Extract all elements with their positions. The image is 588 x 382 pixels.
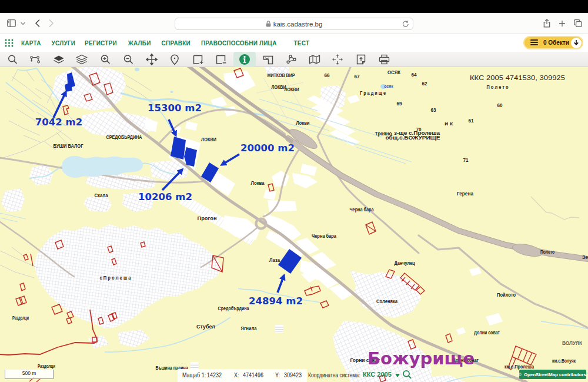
nav-item-pravo[interactable]: ПРАВОСПОСОБНИ ЛИЦА [201, 40, 277, 46]
tool-page-export[interactable] [349, 52, 373, 67]
lock-icon [266, 21, 271, 27]
map-label: 60 [497, 102, 503, 108]
macos-menubar [0, 0, 588, 13]
map-label: 66 [325, 72, 330, 78]
screen: kais.cadastre.bg [0, 0, 588, 382]
map-label: МИТКОВ ВИР [268, 72, 295, 78]
back-button[interactable] [35, 19, 40, 27]
map-label: 63 [431, 107, 436, 113]
tool-pan[interactable] [140, 52, 163, 67]
apps-grid-icon[interactable] [5, 39, 14, 47]
objects-button[interactable]: 0 Обекти [523, 36, 583, 49]
download-circle[interactable] [571, 38, 582, 48]
tool-print[interactable] [372, 52, 396, 67]
map-label: 67 [355, 74, 360, 79]
area-measurement-label: 15300 m2 [148, 102, 202, 114]
nav-item-uslugi[interactable]: УСЛУГИ [52, 40, 76, 46]
status-x-label: X: [234, 372, 239, 378]
map-label: км.с.Волуяк [552, 358, 576, 364]
map-label: БУШИ ВАЛОГ [54, 143, 83, 149]
map-label: с П р о л е ш а [100, 274, 132, 281]
reload-icon[interactable] [402, 20, 409, 28]
status-scale-value: 14232 [207, 372, 222, 378]
map-label: Локва [251, 180, 265, 186]
map-toolbar [0, 52, 588, 67]
scale-bar-label: 500 m [5, 370, 53, 376]
map-label: Раздолци [12, 315, 29, 321]
url-text: kais.cadastre.bg [273, 21, 323, 28]
city-label-bozhurishte: Божурище [368, 348, 475, 368]
map-label: Герена [457, 191, 474, 197]
nav-item-registri[interactable]: РЕГИСТРИ [85, 40, 117, 46]
map-label: П о л е т о [487, 84, 509, 90]
map-label: Пойлото [497, 292, 516, 298]
status-crs-label: Координатна система: [308, 372, 360, 378]
area-measurement-label: 7042 m2 [35, 117, 82, 128]
tool-rect-plus[interactable] [186, 52, 210, 67]
sidebar-chevron-down-icon[interactable] [21, 22, 25, 25]
map-label: общ.с.БОЖУРИЩЕ [386, 135, 440, 141]
map-label: Раздолци [38, 363, 55, 369]
tool-layers-filled[interactable] [47, 52, 71, 67]
map-label: Стубел [196, 324, 215, 330]
new-tab-icon[interactable] [559, 20, 566, 27]
nav-item-zhalbi[interactable]: ЖАЛБИ [128, 40, 151, 46]
map-label: 62 [422, 81, 427, 87]
tool-info[interactable] [233, 52, 256, 67]
tool-search[interactable] [1, 52, 24, 67]
map-label: км.с.Пролеша [505, 364, 534, 370]
tool-map-fold[interactable] [303, 52, 326, 67]
map-search-icon[interactable] [402, 370, 412, 380]
objects-button-label: 0 Обекти [543, 39, 569, 46]
map-label: Локви [296, 120, 310, 126]
map-label: ЛОКВИ [285, 87, 299, 92]
download-arrow-icon [573, 39, 579, 46]
status-x-value: 4741496 [243, 372, 263, 378]
map-label: Черна бара [312, 233, 337, 239]
status-scale-label: Мащаб 1: [182, 372, 206, 378]
tool-route[interactable] [24, 52, 47, 67]
attribution-text: OpenStreetMap contributors. [524, 372, 587, 377]
map-canvas: МИТКОВ ВИРЛОКВИЛОКВИЛоквиЛОКВИЛокваОСЯКо… [0, 67, 588, 382]
map-label: Г р а д и щ е [360, 89, 386, 96]
area-measurement-label: 10206 m2 [138, 191, 192, 202]
map-label: Ягнила [241, 325, 258, 331]
map-label: Прогон [198, 215, 217, 221]
status-crs-value[interactable]: ККС 2005 [363, 371, 392, 378]
map-label: ВОЛУЯК [562, 340, 582, 346]
forward-button[interactable] [49, 19, 54, 27]
map-label: 61 [469, 118, 474, 124]
tool-layers[interactable] [70, 52, 93, 67]
tabs-overview-icon[interactable] [574, 19, 582, 27]
crs-dropdown-caret[interactable] [395, 374, 400, 377]
hamburger-icon [530, 38, 538, 47]
share-icon[interactable] [543, 19, 550, 28]
address-bar[interactable]: kais.cadastre.bg [175, 18, 413, 30]
map-label: Данчулец [395, 260, 415, 266]
tool-prev-extent[interactable] [256, 52, 280, 67]
map-label: Черна бара [350, 207, 375, 212]
nav-item-test[interactable]: ТЕСТ [294, 40, 310, 46]
nav-item-karta[interactable]: КАРТА [21, 40, 41, 46]
map-label: Долни соват [474, 330, 500, 336]
tool-share-nodes[interactable] [279, 52, 303, 67]
tool-zoom-in[interactable] [93, 52, 117, 67]
osm-attribution: © OpenStreetMap contributors. [519, 370, 586, 379]
status-y-value: 309423 [284, 372, 302, 378]
tool-zoom-out[interactable] [116, 52, 140, 67]
pond [170, 91, 173, 93]
map-label: Полето [540, 249, 554, 255]
tool-rect-minus[interactable] [209, 52, 233, 67]
map-label: 64 [412, 72, 417, 78]
status-y-label: Y: [275, 372, 280, 378]
browser-toolbar: kais.cadastre.bg [0, 13, 588, 34]
map-label: осяк [385, 84, 394, 89]
map-label: Скала [95, 192, 109, 198]
nav-item-spravki[interactable]: СПРАВКИ [162, 40, 191, 46]
map-label: ОСЯК [387, 69, 400, 75]
map-label: Средобърдина [218, 305, 250, 311]
tool-marker[interactable] [163, 52, 186, 67]
map-viewport[interactable]: МИТКОВ ВИРЛОКВИЛОКВИЛоквиЛОКВИЛокваОСЯКо… [0, 67, 588, 382]
tool-crosshair[interactable] [326, 52, 349, 67]
sidebar-icon[interactable] [7, 19, 16, 27]
